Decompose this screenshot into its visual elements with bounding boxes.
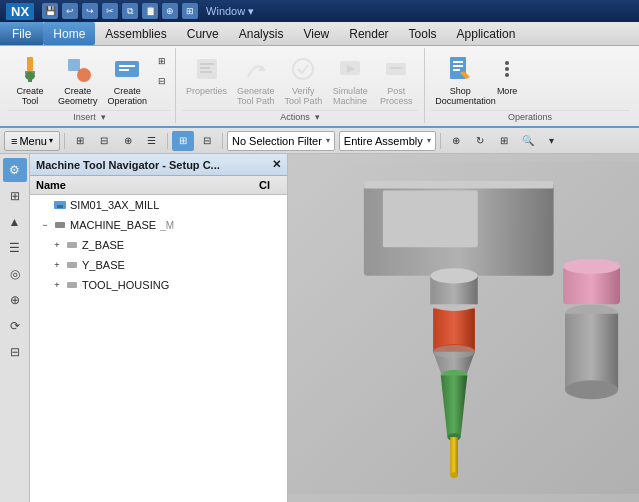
- tool-btn-3[interactable]: ⊕: [117, 131, 139, 151]
- analysis-menu[interactable]: Analysis: [229, 22, 294, 45]
- create-operation-label: Create Operation: [108, 87, 148, 107]
- 3d-scene: [288, 154, 639, 502]
- navigator-close-icon[interactable]: ✕: [272, 158, 281, 171]
- tool-btn-5[interactable]: ⊞: [172, 131, 194, 151]
- navigator-header: Machine Tool Navigator - Setup C... ✕: [30, 154, 287, 176]
- snap-icon[interactable]: ⊕: [162, 3, 178, 19]
- create-operation-button[interactable]: Create Operation: [104, 50, 152, 110]
- more-toolbar-btn[interactable]: ▾: [541, 131, 563, 151]
- separator-4: [440, 133, 441, 149]
- shop-documentation-button[interactable]: ShopDocumentation: [431, 50, 489, 110]
- svg-point-51: [430, 268, 477, 283]
- svg-point-36: [565, 380, 618, 399]
- tree-item-sim01[interactable]: SIM01_3AX_MILL: [30, 195, 287, 215]
- save-icon[interactable]: 💾: [42, 3, 58, 19]
- create-tool-button[interactable]: Create Tool: [8, 50, 52, 110]
- svg-rect-18: [390, 67, 402, 69]
- svg-rect-10: [200, 63, 214, 65]
- tree-item-z-base[interactable]: + Z_BASE: [30, 235, 287, 255]
- simulate-label: SimulateMachine: [333, 87, 368, 107]
- actions-group-label[interactable]: Actions ▾: [182, 110, 418, 123]
- tool-btn-4[interactable]: ☰: [141, 131, 163, 151]
- properties-button[interactable]: Properties: [182, 50, 231, 100]
- create-geometry-button[interactable]: Create Geometry: [54, 50, 102, 110]
- expander-tool-housing[interactable]: +: [50, 278, 64, 292]
- svg-rect-21: [453, 65, 463, 67]
- generate-label: GenerateTool Path: [237, 87, 275, 107]
- create-geometry-icon: [62, 53, 94, 85]
- main-area: ⚙ ⊞ ▲ ☰ ◎ ⊕ ⟳ ⊟ Machine Tool Navigator -…: [0, 154, 639, 502]
- sidebar-settings-icon[interactable]: ⚙: [3, 158, 27, 182]
- ribbon: Create Tool Create Geometry: [0, 46, 639, 128]
- z-base-label: Z_BASE: [82, 239, 124, 251]
- separator-1: [64, 133, 65, 149]
- rotate-btn[interactable]: ↻: [469, 131, 491, 151]
- tool-btn-1[interactable]: ⊞: [69, 131, 91, 151]
- more-button[interactable]: More: [491, 50, 523, 100]
- insert-group-label[interactable]: Insert ▾: [8, 110, 171, 123]
- curve-menu[interactable]: Curve: [177, 22, 229, 45]
- assemblies-menu[interactable]: Assemblies: [95, 22, 176, 45]
- verify-tool-path-button[interactable]: VerifyTool Path: [281, 50, 327, 110]
- tool-btn-2[interactable]: ⊟: [93, 131, 115, 151]
- menu-button[interactable]: ≡ Menu ▾: [4, 131, 60, 151]
- small-icon-1[interactable]: ⊞: [153, 52, 171, 70]
- sidebar-history-icon[interactable]: ⟳: [3, 314, 27, 338]
- sidebar-nav-icon[interactable]: ⊞: [3, 184, 27, 208]
- undo-icon[interactable]: ↩: [62, 3, 78, 19]
- z-base-icon: [64, 237, 80, 253]
- sidebar-up-icon[interactable]: ▲: [3, 210, 27, 234]
- tools-menu[interactable]: Tools: [399, 22, 447, 45]
- svg-rect-11: [200, 67, 210, 69]
- title-bar: NX 💾 ↩ ↪ ✂ ⧉ 📋 ⊕ ⊞ Window ▾: [0, 0, 639, 22]
- expander-machine-base[interactable]: −: [38, 218, 52, 232]
- post-process-button[interactable]: PostProcess: [374, 50, 418, 110]
- post-label: PostProcess: [380, 87, 413, 107]
- tool-housing-icon: [64, 277, 80, 293]
- more-title-icon[interactable]: ⊞: [182, 3, 198, 19]
- svg-rect-20: [453, 61, 463, 63]
- simulate-icon: [334, 53, 366, 85]
- tree-item-y-base[interactable]: + Y_BASE: [30, 255, 287, 275]
- expander-z-base[interactable]: +: [50, 238, 64, 252]
- sidebar-list-icon[interactable]: ☰: [3, 236, 27, 260]
- svg-rect-3: [28, 79, 32, 82]
- tool-btn-6[interactable]: ⊟: [196, 131, 218, 151]
- window-menu[interactable]: Window ▾: [206, 5, 254, 18]
- paste-icon[interactable]: 📋: [142, 3, 158, 19]
- redo-icon[interactable]: ↪: [82, 3, 98, 19]
- view-menu[interactable]: View: [293, 22, 339, 45]
- svg-rect-7: [119, 65, 135, 67]
- expander-y-base[interactable]: +: [50, 258, 64, 272]
- file-menu[interactable]: File: [0, 22, 43, 45]
- assembly-dropdown[interactable]: Entire Assembly ▾: [339, 131, 436, 151]
- generate-tool-path-button[interactable]: GenerateTool Path: [233, 50, 279, 110]
- render-menu[interactable]: Render: [339, 22, 398, 45]
- create-tool-label: Create Tool: [16, 87, 43, 107]
- application-menu[interactable]: Application: [447, 22, 526, 45]
- more-icon: [495, 53, 519, 85]
- simulate-machine-button[interactable]: SimulateMachine: [328, 50, 372, 110]
- filter-arrow: ▾: [326, 136, 330, 145]
- filter-dropdown[interactable]: No Selection Filter ▾: [227, 131, 335, 151]
- svg-rect-32: [364, 181, 554, 189]
- nx-logo: NX: [6, 3, 34, 20]
- tool-housing-label: TOOL_HOUSING: [82, 279, 169, 291]
- snap-btn[interactable]: ⊕: [445, 131, 467, 151]
- tree-item-machine-base[interactable]: − MACHINE_BASE _M: [30, 215, 287, 235]
- sidebar-view-icon[interactable]: ◎: [3, 262, 27, 286]
- svg-rect-33: [383, 190, 478, 247]
- expander-sim01[interactable]: [38, 198, 52, 212]
- sidebar-grid-icon[interactable]: ⊟: [3, 340, 27, 364]
- home-menu[interactable]: Home: [43, 22, 95, 45]
- copy-icon[interactable]: ⧉: [122, 3, 138, 19]
- zoom-btn[interactable]: 🔍: [517, 131, 539, 151]
- fit-btn[interactable]: ⊞: [493, 131, 515, 151]
- navigator-tree: SIM01_3AX_MILL − MACHINE_BASE _M +: [30, 195, 287, 502]
- sidebar-add-icon[interactable]: ⊕: [3, 288, 27, 312]
- shop-doc-icon: [444, 53, 476, 85]
- cut-icon[interactable]: ✂: [102, 3, 118, 19]
- properties-icon: [191, 53, 223, 85]
- small-icon-2[interactable]: ⊟: [153, 72, 171, 90]
- tree-item-tool-housing[interactable]: + TOOL_HOUSING: [30, 275, 287, 295]
